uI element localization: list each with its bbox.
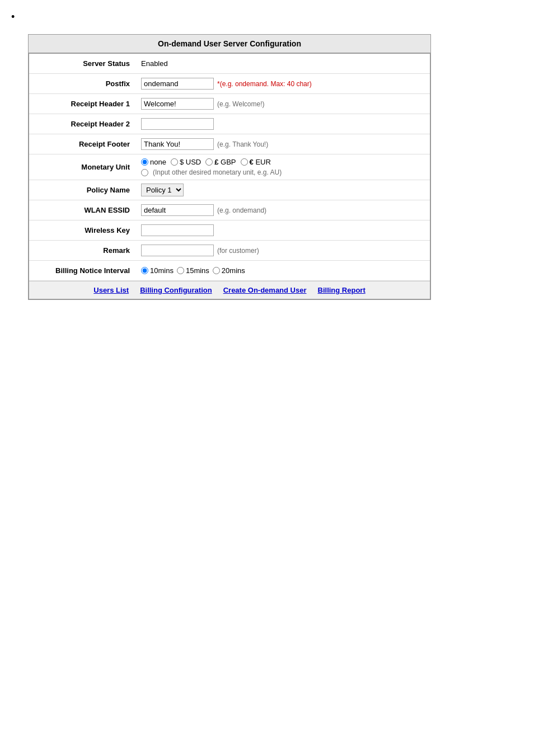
monetary-eur-text: € EUR: [250, 158, 271, 166]
monetary-unit-row: Monetary Unit none $ USD: [29, 154, 430, 180]
receipt-header1-label: Receipt Header 1: [29, 100, 141, 108]
policy-name-select[interactable]: Policy 1 Policy 2 Policy 3: [141, 184, 184, 196]
footer-links-row: Users List Billing Configuration Create …: [29, 281, 430, 299]
policy-name-label: Policy Name: [29, 186, 141, 194]
receipt-header1-row: Receipt Header 1 (e.g. Welcome!): [29, 94, 430, 114]
policy-name-value: Policy 1 Policy 2 Policy 3: [141, 184, 430, 196]
postfix-input[interactable]: [141, 78, 214, 90]
table-header: On-demand User Server Configuration: [29, 35, 430, 53]
receipt-header1-input[interactable]: [141, 98, 214, 110]
monetary-usd-text: $ USD: [180, 158, 201, 166]
bullet-point: •: [11, 11, 523, 23]
billing-20mins-radio[interactable]: [213, 267, 220, 274]
monetary-unit-line2: (Input other desired monetary unit, e.g.…: [141, 168, 282, 176]
wireless-key-input[interactable]: [141, 224, 214, 236]
table-body: Server Status Enabled Postfix *(e.g. ond…: [29, 53, 430, 299]
postfix-row: Postfix *(e.g. ondemand. Max: 40 char): [29, 74, 430, 94]
server-status-row: Server Status Enabled: [29, 54, 430, 74]
billing-configuration-link[interactable]: Billing Configuration: [140, 286, 212, 294]
create-ondemand-user-link[interactable]: Create On-demand User: [223, 286, 307, 294]
billing-notice-label: Billing Notice Interval: [29, 266, 141, 275]
server-status-label: Server Status: [29, 59, 141, 68]
wireless-key-value: [141, 224, 430, 236]
wireless-key-label: Wireless Key: [29, 226, 141, 234]
billing-10mins-text: 10mins: [150, 266, 174, 275]
wireless-key-row: Wireless Key: [29, 220, 430, 241]
receipt-footer-label: Receipt Footer: [29, 140, 141, 148]
billing-15mins-radio[interactable]: [177, 267, 184, 274]
wlan-essid-input[interactable]: [141, 204, 214, 216]
receipt-header1-hint: (e.g. Welcome!): [217, 100, 264, 108]
monetary-unit-value: none $ USD £ GBP € EUR: [141, 158, 430, 176]
monetary-eur-radio[interactable]: [241, 158, 248, 166]
remark-row: Remark (for customer): [29, 241, 430, 261]
receipt-header1-value: (e.g. Welcome!): [141, 98, 430, 110]
receipt-header2-input[interactable]: [141, 118, 214, 130]
receipt-header2-value: [141, 118, 430, 130]
users-list-link[interactable]: Users List: [93, 286, 129, 294]
monetary-gbp-radio[interactable]: [205, 158, 213, 166]
monetary-other-label[interactable]: [141, 169, 148, 176]
monetary-none-label[interactable]: none: [141, 158, 166, 166]
postfix-value: *(e.g. ondemand. Max: 40 char): [141, 78, 430, 90]
receipt-header2-row: Receipt Header 2: [29, 114, 430, 134]
monetary-none-radio[interactable]: [141, 158, 148, 166]
monetary-unit-label: Monetary Unit: [29, 163, 141, 171]
wlan-essid-label: WLAN ESSID: [29, 206, 141, 214]
monetary-other-hint: (Input other desired monetary unit, e.g.…: [153, 168, 282, 176]
remark-input[interactable]: [141, 245, 214, 256]
monetary-gbp-label[interactable]: £ GBP: [205, 158, 236, 166]
remark-hint: (for customer): [217, 247, 259, 255]
outer-table: On-demand User Server Configuration Serv…: [28, 34, 431, 300]
billing-20mins-text: 20mins: [222, 266, 245, 275]
monetary-gbp-text: £ GBP: [214, 158, 236, 166]
wlan-essid-hint: (e.g. ondemand): [217, 206, 266, 214]
monetary-unit-options: none $ USD £ GBP € EUR: [141, 158, 282, 176]
billing-report-link[interactable]: Billing Report: [318, 286, 366, 294]
monetary-usd-label[interactable]: $ USD: [171, 158, 201, 166]
monetary-none-text: none: [150, 158, 166, 166]
billing-10mins-label[interactable]: 10mins: [141, 266, 174, 275]
server-status-value: Enabled: [141, 59, 430, 68]
policy-name-row: Policy Name Policy 1 Policy 2 Policy 3: [29, 180, 430, 200]
server-status-text: Enabled: [141, 59, 168, 68]
billing-15mins-text: 15mins: [186, 266, 209, 275]
billing-15mins-label[interactable]: 15mins: [177, 266, 209, 275]
billing-notice-row: Billing Notice Interval 10mins 15mins 20…: [29, 261, 430, 281]
receipt-footer-hint: (e.g. Thank You!): [217, 140, 268, 148]
receipt-header2-label: Receipt Header 2: [29, 120, 141, 128]
receipt-footer-row: Receipt Footer (e.g. Thank You!): [29, 134, 430, 154]
wlan-essid-value: (e.g. ondemand): [141, 204, 430, 216]
receipt-footer-input[interactable]: [141, 138, 214, 150]
remark-value: (for customer): [141, 245, 430, 256]
remark-label: Remark: [29, 246, 141, 255]
billing-20mins-label[interactable]: 20mins: [213, 266, 245, 275]
postfix-hint: *(e.g. ondemand. Max: 40 char): [217, 80, 312, 88]
monetary-eur-label[interactable]: € EUR: [241, 158, 271, 166]
billing-10mins-radio[interactable]: [141, 267, 148, 274]
monetary-unit-line1: none $ USD £ GBP € EUR: [141, 158, 282, 166]
wlan-essid-row: WLAN ESSID (e.g. ondemand): [29, 200, 430, 220]
billing-notice-value: 10mins 15mins 20mins: [141, 266, 430, 275]
monetary-other-radio[interactable]: [141, 169, 148, 176]
receipt-footer-value: (e.g. Thank You!): [141, 138, 430, 150]
monetary-usd-radio[interactable]: [171, 158, 178, 166]
postfix-label: Postfix: [29, 79, 141, 88]
